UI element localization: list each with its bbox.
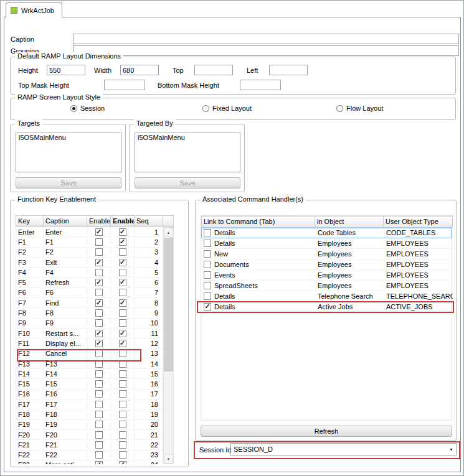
column-header-in-object[interactable]: in Object xyxy=(315,216,384,228)
function-key-row[interactable]: F10Restart s...11 xyxy=(16,329,163,338)
left-input[interactable] xyxy=(269,65,308,75)
function-key-row[interactable]: F22F2223 xyxy=(16,450,163,460)
targets-save-button[interactable]: Save xyxy=(16,177,121,189)
checkbox[interactable] xyxy=(119,319,126,327)
caption-input[interactable] xyxy=(73,34,459,44)
scroll-up-icon[interactable]: ▲ xyxy=(164,228,173,237)
checkbox[interactable] xyxy=(95,299,103,307)
checkbox[interactable] xyxy=(95,309,103,317)
function-key-row[interactable]: F6F67 xyxy=(16,288,163,298)
grouping-input[interactable] xyxy=(73,45,459,56)
command-handler-row[interactable]: DocumentsEmployeesEMPLOYEES xyxy=(201,259,452,270)
scrollbar-thumb[interactable] xyxy=(164,238,173,371)
checkbox[interactable] xyxy=(95,451,103,459)
function-key-row[interactable]: EnterEnter1 xyxy=(16,227,163,237)
function-key-row[interactable]: F20F2021 xyxy=(16,430,163,440)
function-key-row[interactable]: F11Display el...12 xyxy=(16,338,163,348)
checkbox[interactable] xyxy=(95,289,103,296)
checkbox[interactable] xyxy=(119,431,126,439)
checkbox[interactable] xyxy=(95,390,103,398)
checkbox[interactable] xyxy=(95,360,103,368)
checkbox[interactable] xyxy=(119,401,126,408)
checkbox[interactable] xyxy=(204,303,211,310)
checkbox[interactable] xyxy=(119,390,126,398)
function-key-row[interactable]: F16F1617 xyxy=(16,390,163,399)
checkbox[interactable] xyxy=(119,441,126,449)
function-key-row[interactable]: F14F1415 xyxy=(16,369,163,379)
checkbox[interactable] xyxy=(119,380,126,388)
scroll-down-icon[interactable]: ▼ xyxy=(164,454,173,464)
checkbox[interactable] xyxy=(119,289,126,296)
height-input[interactable] xyxy=(47,65,85,75)
checkbox[interactable] xyxy=(119,259,126,266)
radio-session[interactable]: Session xyxy=(70,105,105,112)
column-header-enable[interactable]: Enable xyxy=(111,215,135,227)
checkbox[interactable] xyxy=(119,350,126,357)
refresh-button[interactable]: Refresh xyxy=(201,426,452,437)
checkbox[interactable] xyxy=(119,421,126,428)
checkbox[interactable] xyxy=(119,228,126,236)
column-header-link-to-command[interactable]: Link to Command (Tab) xyxy=(201,216,315,228)
checkbox[interactable] xyxy=(95,259,103,266)
checkbox[interactable] xyxy=(204,229,211,236)
checkbox[interactable] xyxy=(95,350,103,357)
function-key-row[interactable]: F13F1314 xyxy=(16,359,163,369)
checkbox[interactable] xyxy=(119,370,126,378)
function-key-row[interactable]: F23More opti...24 xyxy=(16,460,163,464)
command-handler-row[interactable]: SpreadSheetsEmployeesEMPLOYEES xyxy=(201,281,452,291)
checkbox[interactable] xyxy=(119,238,126,246)
function-key-row[interactable]: F19F1920 xyxy=(16,420,163,430)
checkbox[interactable] xyxy=(204,282,211,289)
checkbox[interactable] xyxy=(95,228,103,236)
command-handler-row[interactable]: NewEmployeesEMPLOYEES xyxy=(201,249,452,259)
checkbox[interactable] xyxy=(119,299,126,307)
bottom-mask-height-input[interactable] xyxy=(240,80,281,90)
checkbox[interactable] xyxy=(204,271,211,279)
command-handler-row[interactable]: DetailsTelephone SearchTELEPHONE_SEARCH xyxy=(201,291,452,302)
checkbox[interactable] xyxy=(119,360,126,368)
function-key-row[interactable]: F18F1819 xyxy=(16,409,163,419)
function-key-row[interactable]: F5Refresh6 xyxy=(16,278,163,287)
width-input[interactable] xyxy=(120,65,159,75)
checkbox[interactable] xyxy=(119,330,126,337)
command-handler-row[interactable]: DetailsCode TablesCODE_TABLES xyxy=(201,228,452,238)
checkbox[interactable] xyxy=(119,340,126,347)
function-key-row[interactable]: F15F1516 xyxy=(16,379,163,389)
checkbox[interactable] xyxy=(95,421,103,428)
top-input[interactable] xyxy=(194,65,233,75)
checkbox[interactable] xyxy=(119,309,126,317)
checkbox[interactable] xyxy=(119,451,126,459)
checkbox[interactable] xyxy=(119,461,126,464)
checkbox[interactable] xyxy=(95,461,103,464)
tab-wrkactjob[interactable]: WrkActJob xyxy=(6,2,62,17)
checkbox[interactable] xyxy=(204,292,211,300)
column-header-key[interactable]: Key xyxy=(16,215,44,227)
checkbox[interactable] xyxy=(95,248,103,256)
checkbox[interactable] xyxy=(119,269,126,276)
checkbox[interactable] xyxy=(95,279,103,286)
function-key-row[interactable]: F3Exit4 xyxy=(16,258,163,268)
checkbox[interactable] xyxy=(95,238,103,246)
checkbox[interactable] xyxy=(95,431,103,439)
checkbox[interactable] xyxy=(204,240,211,247)
session-id-combobox[interactable]: SESSION_D ▼ xyxy=(230,443,457,455)
checkbox[interactable] xyxy=(95,319,103,327)
function-key-row[interactable]: F17F1718 xyxy=(16,399,163,409)
function-key-row[interactable]: F8F89 xyxy=(16,308,163,318)
radio-flow-layout[interactable]: Flow Layout xyxy=(336,105,383,112)
command-handler-row[interactable]: EventsEmployeesEMPLOYEES xyxy=(201,270,452,281)
checkbox[interactable] xyxy=(95,411,103,418)
checkbox[interactable] xyxy=(119,411,126,418)
column-header-user-object-type[interactable]: User Object Type xyxy=(384,216,453,228)
function-key-row[interactable]: F1F12 xyxy=(16,237,163,247)
checkbox[interactable] xyxy=(95,269,103,276)
function-key-row[interactable]: F21F2122 xyxy=(16,440,163,450)
radio-fixed-layout[interactable]: Fixed Layout xyxy=(202,105,252,112)
command-handler-row[interactable]: DetailsActive JobsACTIVE_JOBS xyxy=(201,302,452,312)
targeted-by-listbox[interactable]: i5OSMainMenu xyxy=(135,133,240,172)
checkbox[interactable] xyxy=(95,441,103,449)
column-header-seq[interactable]: Seq xyxy=(135,215,163,227)
function-key-row[interactable]: F4F45 xyxy=(16,268,163,278)
column-header-enable-key[interactable]: Enable K xyxy=(87,215,111,227)
checkbox[interactable] xyxy=(204,261,211,268)
